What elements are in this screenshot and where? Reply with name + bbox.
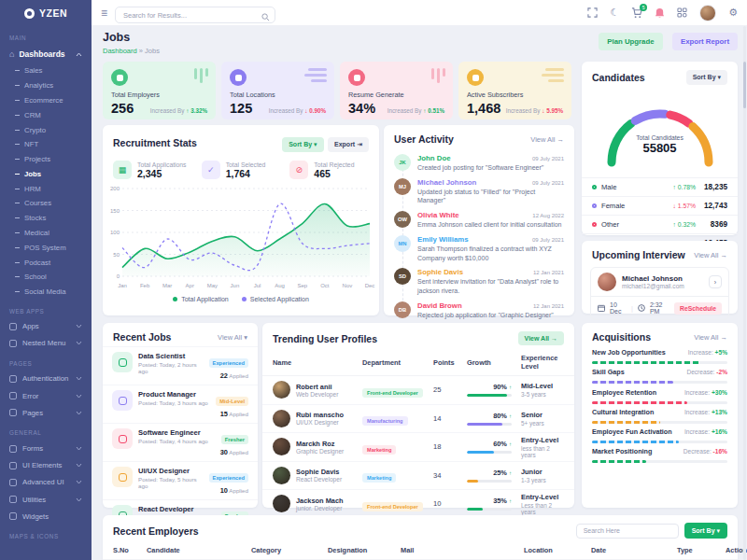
calendar-icon: [598, 304, 605, 313]
decorative-bars: [431, 68, 445, 83]
profile-avatar: [273, 467, 290, 484]
sidebar-item-ui-elements[interactable]: UI Elements: [0, 457, 92, 474]
decorative-bars: [542, 68, 564, 82]
employers-table-header: S.NoCandidateCategoryDesignationMailLoca…: [103, 544, 738, 560]
job-applied: 22 Applied: [209, 371, 248, 380]
settings-gear-icon[interactable]: ⚙: [728, 7, 738, 18]
user-avatar[interactable]: [699, 5, 716, 21]
sidebar-item-crypto[interactable]: Crypto: [0, 122, 92, 137]
hamburger-menu-icon[interactable]: ≡: [101, 7, 107, 19]
dash-icon: [15, 276, 20, 277]
breadcrumb-dashboard[interactable]: Dashboard: [103, 47, 137, 55]
job-applied: 10 Applied: [209, 486, 248, 495]
sidebar-item-label: Projects: [24, 155, 50, 163]
product-manager-icon: [112, 390, 133, 411]
fullscreen-icon[interactable]: [587, 7, 598, 18]
sidebar-item-courses[interactable]: Courses: [0, 196, 92, 211]
growth-up-arrow: ↑: [509, 413, 512, 419]
scrollbar-track[interactable]: [743, 26, 746, 560]
recent-employers-panel: Recent Employers Sort By ▾ S.NoCandidate…: [103, 515, 738, 560]
resume-icon: [348, 69, 365, 86]
employers-sort-by-button[interactable]: Sort By ▾: [684, 523, 727, 539]
search-input[interactable]: [115, 7, 275, 23]
interview-details-chevron[interactable]: ›: [709, 275, 722, 288]
export-report-button[interactable]: Export Report: [672, 33, 738, 50]
error-icon: [9, 392, 17, 399]
activity-text: Rejected job application for "Graphic De…: [417, 311, 564, 319]
sidebar-item-medical[interactable]: Medical: [0, 226, 92, 241]
sidebar-item-pos-system[interactable]: POS System: [0, 240, 92, 255]
sidebar-item-projects[interactable]: Projects: [0, 152, 92, 167]
sidebar-item-forms[interactable]: Forms: [0, 440, 92, 456]
sidebar-item-dashboards[interactable]: ⌂ Dashboards: [0, 45, 92, 63]
sidebar-item-authentication[interactable]: Authentication: [0, 371, 92, 387]
sidebar-item-label: Widgets: [22, 512, 49, 521]
sidebar-item-jobs[interactable]: Jobs: [0, 166, 92, 181]
sidebar-item-widgets[interactable]: Widgets: [0, 508, 92, 525]
recent-employers-title: Recent Employers: [113, 525, 199, 537]
sidebar-item-hrm[interactable]: HRM: [0, 181, 92, 196]
acquisition-progress-fill: [592, 460, 646, 463]
upcoming-interview-view-all[interactable]: View All →: [694, 251, 727, 259]
acquisitions-title: Acquisitions: [592, 331, 651, 343]
decorative-bars: [194, 68, 208, 83]
acquisition-label: Cultural Integration: [592, 408, 654, 416]
trending-col-points: Points: [433, 358, 467, 367]
job-applied-count: 15: [220, 410, 228, 418]
sidebar-item-error[interactable]: Error: [0, 387, 92, 404]
chevron-down-icon: [76, 463, 82, 468]
apps-grid-icon[interactable]: [677, 7, 687, 18]
sidebar-item-social-media[interactable]: Social Media: [0, 285, 92, 300]
sidebar-item-label: Social Media: [24, 287, 66, 296]
employers-col-mail: Mail: [401, 546, 524, 554]
plan-upgrade-button[interactable]: Plan Upgrade: [599, 33, 662, 50]
user-activity-view-all[interactable]: View All →: [530, 135, 564, 144]
candidates-sort-by-button[interactable]: Sort By ▾: [686, 70, 727, 85]
svg-text:0: 0: [117, 273, 120, 279]
profile-points: 18: [433, 442, 467, 451]
notifications-bell-icon[interactable]: [655, 7, 665, 19]
experience-years: 1-3 years: [521, 477, 564, 483]
logo[interactable]: YZEN: [0, 0, 92, 26]
sidebar-item-utilities[interactable]: Utilities: [0, 491, 92, 508]
sidebar-item-stocks[interactable]: Stocks: [0, 211, 92, 226]
nested-menu-icon: [9, 340, 17, 347]
cart-badge: 5: [640, 4, 647, 11]
sidebar-item-analytics[interactable]: Analytics: [0, 78, 92, 93]
trending-profiles-panel: Trending User Profiles View All → NameDe…: [262, 323, 574, 508]
acquisitions-view-all[interactable]: View All →: [694, 333, 727, 342]
job-applied: 15 Applied: [216, 410, 248, 418]
recruitment-export-button[interactable]: Export ⇥: [328, 137, 369, 152]
sidebar-item-podcast[interactable]: Podcast: [0, 255, 92, 270]
sidebar-section-label: PAGES: [0, 352, 92, 371]
sidebar-item-apps[interactable]: Apps: [0, 318, 92, 335]
trending-view-all-button[interactable]: View All →: [518, 331, 564, 345]
recruitment-sort-by-button[interactable]: Sort By ▾: [282, 137, 323, 152]
sidebar-item-pages[interactable]: Pages: [0, 404, 92, 421]
dark-mode-icon[interactable]: ☾: [610, 7, 619, 18]
total-candidates-label: Total Candidates: [582, 134, 738, 141]
recent-jobs-view-all[interactable]: View All ▾: [218, 333, 247, 342]
sidebar-item-nested-menu[interactable]: Nested Menu: [0, 335, 92, 352]
svg-text:Feb: Feb: [140, 283, 150, 288]
sidebar-item-crm[interactable]: CRM: [0, 107, 92, 122]
acquisition-item: Cultural IntegrationIncrease: +13%: [582, 404, 738, 424]
sidebar-item-advanced-ui[interactable]: Advanced UI: [0, 474, 92, 491]
employers-search-input[interactable]: [576, 524, 679, 539]
recruitment-total-value: 465: [314, 168, 354, 179]
reschedule-button[interactable]: ReSchedule: [674, 302, 722, 315]
scrollbar-thumb[interactable]: [743, 62, 746, 108]
sidebar-item-sales[interactable]: Sales: [0, 63, 92, 78]
sidebar-groups: WEB APPSAppsNested MenuPAGESAuthenticati…: [0, 300, 92, 544]
sidebar-item-ecommerce[interactable]: Ecommerce: [0, 93, 92, 108]
cart-icon[interactable]: 5: [631, 7, 642, 19]
main-content: Jobs Dashboard » Jobs Plan Upgrade Expor…: [92, 26, 747, 560]
growth-bar: [467, 508, 512, 511]
profile-growth: 60% ↑: [467, 440, 521, 454]
profile-points: 25: [433, 385, 467, 394]
sidebar-item-school[interactable]: School: [0, 270, 92, 285]
stat-card-change-pct: ↑ 3.32%: [186, 107, 207, 114]
legend-ring-icon: [592, 203, 597, 208]
breadcrumb-separator: »: [139, 47, 143, 55]
sidebar-item-nft[interactable]: NFT: [0, 137, 92, 152]
